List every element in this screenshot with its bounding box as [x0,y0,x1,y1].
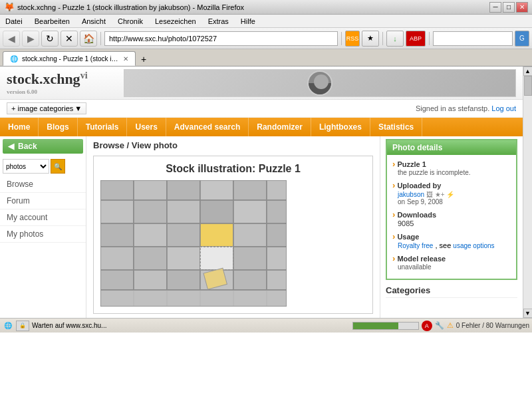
sidebar-forum-link[interactable]: Forum [0,193,86,209]
nav-tab-users[interactable]: Users [127,118,166,136]
user-icons: 🖼 ★+ ⚡ [426,191,454,198]
menu-ansicht[interactable]: Ansicht [79,16,108,27]
back-arrow-icon: ◀ [8,142,14,151]
search-go-button[interactable]: 🔍 [51,159,65,174]
menu-bar: Datei Bearbeiten Ansicht Chronik Lesezei… [0,15,532,28]
usage-options-link[interactable]: usage options [453,242,494,249]
site-logo: stock.xchngvi version 6.00 [7,70,88,94]
close-button[interactable]: ✕ [516,2,528,13]
rss-button[interactable]: RSS [345,31,360,47]
bullet-icon: › [392,159,395,169]
nav-tab-randomizer[interactable]: Randomizer [249,118,311,136]
address-bar[interactable] [104,31,338,46]
tab-bar: 🌐 stock.xchng - Puzzle 1 (stock illustra… [0,49,532,66]
reload-button[interactable]: ↻ [41,31,59,47]
toolbar: ◀ ▶ ↻ ✕ 🏠 RSS ★ ↓ ABP G [0,28,532,49]
center-content: Browse / View photo Stock illustration: … [86,136,380,318]
banner-image [124,70,515,96]
sidebar-myphotos-link[interactable]: My photos [0,226,86,243]
menu-extras[interactable]: Extras [205,16,231,27]
right-sidebar: Photo details › Puzzle 1 the puzzle is i… [380,136,523,318]
nav-tab-advanced-search[interactable]: Advanced search [166,118,249,136]
tab-label: stock.xchng - Puzzle 1 (stock illustrat.… [22,55,119,63]
sidebar-search-area: photos 🔍 [0,156,86,176]
left-sidebar: ◀ Back photos 🔍 Browse Forum My account … [0,136,86,318]
maximize-button[interactable]: □ [503,2,515,13]
scroll-thumb[interactable] [524,76,532,96]
menu-bearbeiten[interactable]: Bearbeiten [32,16,72,27]
tab-close-button[interactable]: ✕ [123,55,128,63]
separator2 [341,32,342,45]
logo-name: stock.xchng [7,71,80,88]
uploaded-by-label: Uploaded by [397,182,441,190]
downloads-section: › Downloads 9085 [392,209,511,227]
nav-tabs: Home Blogs Tutorials Users Advanced sear… [0,118,523,136]
categories-label: + image categories [11,104,73,112]
model-release-label: Model release [397,255,446,263]
nav-tab-lightboxes[interactable]: Lightboxes [311,118,370,136]
scrollbar-right: ▲ ▼ [523,66,532,318]
bullet-icon3: › [392,209,395,219]
downloads-label: Downloads [397,211,436,219]
bookmark-star[interactable]: ★ [362,31,379,47]
logo-text: stock.xchngvi version 6.00 [7,70,88,94]
logout-link[interactable]: Log out [491,104,516,112]
menu-lesezeichen[interactable]: Lesezeichen [152,16,199,27]
firefox-icon: 🦊 [4,2,15,12]
status-security-button[interactable]: 🔒 [16,321,29,331]
photo-container: Stock illustration: Puzzle 1 [93,156,373,314]
home-button[interactable]: 🏠 [80,31,97,47]
scroll-track[interactable] [523,76,532,309]
separator4 [429,32,430,45]
logo-version: version 6.00 [7,88,88,95]
nav-tab-home[interactable]: Home [0,118,39,136]
menu-hilfe[interactable]: Hilfe [238,16,258,27]
photo-details-body: › Puzzle 1 the puzzle is incomplete. › U… [387,155,516,279]
puzzle-image [100,180,287,307]
nav-tab-tutorials[interactable]: Tutorials [78,118,128,136]
signin-info: Signed in as stefanstp. Log out [416,104,516,112]
site-header: stock.xchngvi version 6.00 [0,66,523,100]
menu-chronik[interactable]: Chronik [115,16,146,27]
site-content: stock.xchngvi version 6.00 + image categ… [0,66,523,318]
photo-details-header: Photo details [387,140,516,155]
window-title: stock.xchng - Puzzle 1 (stock illustrati… [17,3,489,11]
breadcrumb: Browse / View photo [93,140,373,150]
sidebar-browse-link[interactable]: Browse [0,176,86,193]
active-tab[interactable]: 🌐 stock.xchng - Puzzle 1 (stock illustra… [3,51,136,66]
nav-tab-blogs[interactable]: Blogs [39,118,77,136]
minimize-button[interactable]: ─ [489,2,501,13]
back-button-sidebar[interactable]: ◀ Back [3,139,83,154]
tab-favicon: 🌐 [10,55,18,63]
nav-section: + image categories ▼ Signed in as stefan… [0,100,523,118]
search-input[interactable] [433,31,513,46]
separator3 [382,32,383,45]
nav-tab-statistics[interactable]: Statistics [370,118,422,136]
uploader-link[interactable]: jakubson [398,191,424,198]
scroll-up-button[interactable]: ▲ [523,66,533,76]
stop-button[interactable]: ✕ [61,31,78,47]
status-bar: 🌐 🔒 Warten auf www.sxc.hu... A 🔧 ⚠ 0 Feh… [0,318,532,332]
menu-datei[interactable]: Datei [3,16,25,27]
window-controls: ─ □ ✕ [489,2,528,13]
sidebar-myaccount-link[interactable]: My account [0,209,86,226]
categories-box: Categories [386,285,517,298]
usage-sep: , see [435,241,451,249]
back-button[interactable]: ◀ [3,31,20,47]
new-tab-button[interactable]: + [137,53,150,66]
photo-name-section: › Puzzle 1 the puzzle is incomplete. [392,159,511,176]
google-search-button[interactable]: G [515,31,529,47]
download-button[interactable]: ↓ [386,31,404,47]
adblock-button[interactable]: ABP [406,31,426,47]
scroll-down-button[interactable]: ▼ [523,309,533,318]
model-release-value: unavailable [398,263,511,271]
update-icon: 🔧 [435,321,444,330]
search-type-select[interactable]: photos [3,159,49,174]
uploaded-by-section: › Uploaded by jakubson 🖼 ★+ ⚡ on Sep 9, … [392,180,511,205]
royalty-free-link[interactable]: Royalty free [398,242,433,249]
categories-dropdown[interactable]: + image categories ▼ [7,102,86,114]
status-text: Warten auf www.sxc.hu... [32,322,350,329]
search-icon: 🔍 [54,163,62,170]
progress-fill [353,323,399,329]
forward-button[interactable]: ▶ [22,31,39,47]
